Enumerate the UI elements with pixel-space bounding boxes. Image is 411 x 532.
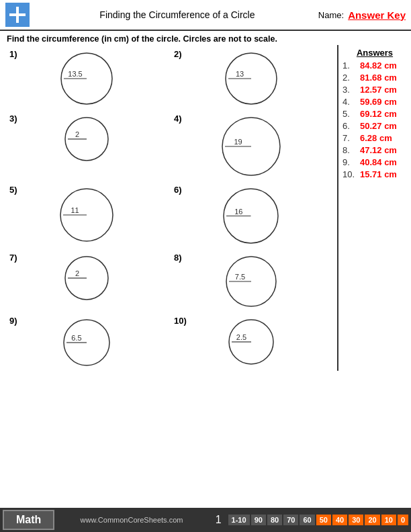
name-label: Name: xyxy=(318,10,344,20)
answer-num-5: 5. xyxy=(342,109,357,119)
score-40: 40 xyxy=(332,515,347,525)
svg-text:2: 2 xyxy=(75,130,79,138)
circle-container-2: 13 xyxy=(174,48,328,108)
score-0: 0 xyxy=(398,515,408,525)
answer-item-8: 8.47.12 cm xyxy=(342,145,407,155)
problem-num-7: 7) xyxy=(9,253,17,263)
circle-svg-5: 11 xyxy=(59,187,114,242)
answer-value-1: 84.82 cm xyxy=(360,60,397,71)
score-30: 30 xyxy=(349,515,363,525)
circle-container-9: 6.5 xyxy=(9,314,163,369)
answer-item-10: 10.15.71 cm xyxy=(342,169,407,179)
footer-page-number: 1 xyxy=(216,514,222,526)
answers-title: Answers xyxy=(342,48,407,58)
page-title: Finding the Circumference of a Circle xyxy=(36,9,318,20)
circle-container-8: 7.5 xyxy=(174,251,328,310)
answer-num-2: 2. xyxy=(342,73,357,83)
circle-svg-9: 6.5 xyxy=(62,318,111,367)
problem-4: 4)19 xyxy=(169,109,333,181)
problem-num-6: 6) xyxy=(174,185,182,195)
score-60: 60 xyxy=(300,515,314,525)
problem-7: 7)2 xyxy=(4,249,169,312)
svg-text:13.5: 13.5 xyxy=(68,70,82,78)
header: Finding the Circumference of a Circle Na… xyxy=(0,0,411,31)
answer-key-label: Answer Key xyxy=(348,9,406,21)
problems-area: 1)13.52)133)24)195)116)167)28)7.59)6.510… xyxy=(0,45,337,371)
answer-value-9: 40.84 cm xyxy=(360,157,397,167)
footer-math-label: Math xyxy=(3,510,54,530)
score-boxes: 1-10 90 80 70 60 50 40 30 20 10 0 xyxy=(228,515,408,525)
footer-website: www.CommonCoreSheets.com xyxy=(54,516,208,524)
problem-2: 2)13 xyxy=(169,45,333,109)
circle-svg-6: 16 xyxy=(222,187,279,245)
answer-value-2: 81.68 cm xyxy=(360,73,397,83)
answer-value-5: 69.12 cm xyxy=(360,109,397,119)
score-80: 80 xyxy=(267,515,282,525)
problem-num-2: 2) xyxy=(174,49,182,59)
answer-num-3: 3. xyxy=(342,85,357,95)
circle-svg-3: 2 xyxy=(64,116,109,162)
problem-num-3: 3) xyxy=(9,114,17,124)
answer-item-5: 5.69.12 cm xyxy=(342,109,407,119)
answer-item-9: 9.40.84 cm xyxy=(342,157,407,167)
main-content: 1)13.52)133)24)195)116)167)28)7.59)6.510… xyxy=(0,45,411,371)
svg-text:7.5: 7.5 xyxy=(234,273,244,281)
circle-svg-2: 13 xyxy=(224,52,278,105)
circle-container-4: 19 xyxy=(174,112,328,179)
svg-text:2.5: 2.5 xyxy=(236,333,246,341)
circle-container-10: 2.5 xyxy=(174,314,328,368)
answer-num-9: 9. xyxy=(342,157,357,167)
answer-value-7: 6.28 cm xyxy=(360,133,392,143)
answer-item-6: 6.50.27 cm xyxy=(342,121,407,131)
circle-container-5: 11 xyxy=(9,183,163,245)
instructions: Find the circumference (in cm) of the ci… xyxy=(0,31,411,45)
svg-text:16: 16 xyxy=(234,208,242,216)
circle-container-6: 16 xyxy=(174,183,328,247)
answer-value-10: 15.71 cm xyxy=(360,169,397,179)
answer-num-7: 7. xyxy=(342,133,357,143)
problem-num-8: 8) xyxy=(174,253,182,263)
answer-panel: Answers 1.84.82 cm2.81.68 cm3.12.57 cm4.… xyxy=(337,45,411,371)
score-20: 20 xyxy=(365,515,379,525)
answer-num-6: 6. xyxy=(342,121,357,131)
problem-3: 3)2 xyxy=(4,109,169,181)
problem-6: 6)16 xyxy=(169,181,333,249)
circle-container-3: 2 xyxy=(9,112,163,165)
answer-item-3: 3.12.57 cm xyxy=(342,85,407,95)
answer-num-1: 1. xyxy=(342,60,357,71)
answer-value-8: 47.12 cm xyxy=(360,145,397,155)
answer-item-4: 4.59.69 cm xyxy=(342,97,407,107)
problem-num-5: 5) xyxy=(9,185,17,195)
svg-text:19: 19 xyxy=(234,138,242,146)
circle-svg-7: 2 xyxy=(64,255,109,301)
answer-item-1: 1.84.82 cm xyxy=(342,60,407,71)
score-50: 50 xyxy=(316,515,331,525)
problem-8: 8)7.5 xyxy=(169,249,333,312)
problem-1: 1)13.5 xyxy=(4,45,169,109)
circle-container-7: 2 xyxy=(9,251,163,304)
footer: Math www.CommonCoreSheets.com 1 1-10 90 … xyxy=(0,508,411,532)
score-70: 70 xyxy=(283,515,298,525)
svg-text:6.5: 6.5 xyxy=(71,334,81,342)
answer-value-6: 50.27 cm xyxy=(360,121,397,131)
answer-item-7: 7.6.28 cm xyxy=(342,133,407,143)
problem-num-4: 4) xyxy=(174,114,182,124)
score-range: 1-10 xyxy=(228,515,250,525)
problem-num-10: 10) xyxy=(174,316,187,326)
score-90: 90 xyxy=(251,515,266,525)
score-10: 10 xyxy=(381,515,396,525)
problem-num-1: 1) xyxy=(9,49,17,59)
answers-list: 1.84.82 cm2.81.68 cm3.12.57 cm4.59.69 cm… xyxy=(342,60,407,179)
circle-svg-8: 7.5 xyxy=(225,255,277,308)
answer-num-8: 8. xyxy=(342,145,357,155)
problem-9: 9)6.5 xyxy=(4,312,169,371)
circle-container-1: 13.5 xyxy=(9,48,163,108)
svg-rect-1 xyxy=(16,7,19,23)
answer-value-3: 12.57 cm xyxy=(360,85,397,95)
circle-svg-1: 13.5 xyxy=(60,52,113,105)
problem-5: 5)11 xyxy=(4,181,169,249)
answer-item-2: 2.81.68 cm xyxy=(342,73,407,83)
answer-value-4: 59.69 cm xyxy=(360,97,397,107)
problems-grid: 1)13.52)133)24)195)116)167)28)7.59)6.510… xyxy=(4,45,333,371)
circle-svg-10: 2.5 xyxy=(228,318,275,365)
